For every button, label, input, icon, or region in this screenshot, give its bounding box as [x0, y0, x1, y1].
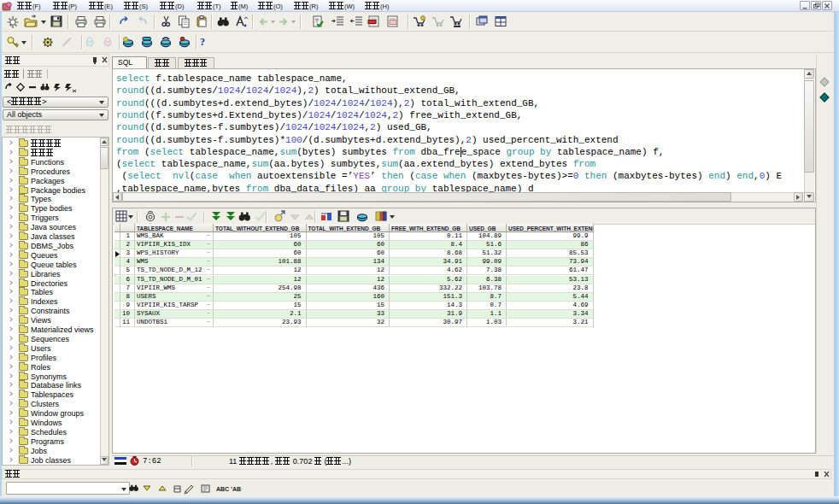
svg-text:’AB: ’AB	[231, 486, 241, 492]
svg-text:ABC: ABC	[216, 486, 229, 492]
